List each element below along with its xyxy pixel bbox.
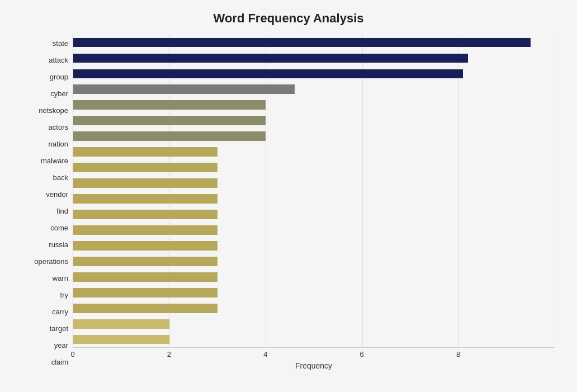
x-tick: 8 xyxy=(456,350,460,358)
bar-row xyxy=(73,332,555,347)
chart-area: stateattackgroupcybernetskopeactorsnatio… xyxy=(22,35,555,370)
chart-container: Word Frequency Analysis stateattackgroup… xyxy=(0,0,577,392)
y-label: back xyxy=(53,170,68,185)
bar-row xyxy=(73,285,555,300)
y-label: group xyxy=(50,69,68,84)
bar-row xyxy=(73,176,555,191)
x-tick: 2 xyxy=(167,350,171,358)
bar-row xyxy=(73,238,555,253)
bar xyxy=(73,116,266,125)
bars-area xyxy=(73,35,555,348)
bar xyxy=(73,84,295,94)
bar-row xyxy=(73,191,555,207)
bar-row xyxy=(73,300,555,316)
y-label: claim xyxy=(51,355,68,369)
y-label: find xyxy=(56,204,68,218)
bar-row xyxy=(73,50,555,66)
bar xyxy=(73,131,266,141)
bar xyxy=(73,163,217,172)
grid-line xyxy=(555,35,555,347)
bar-row xyxy=(73,82,555,97)
y-label: malware xyxy=(41,153,68,168)
bar xyxy=(73,272,217,282)
y-label: state xyxy=(53,36,68,50)
y-label: target xyxy=(50,321,68,336)
bar xyxy=(73,335,169,344)
y-label: russia xyxy=(49,237,68,252)
bar-row xyxy=(73,222,555,238)
bar-row xyxy=(73,160,555,176)
x-tick: 4 xyxy=(263,350,267,358)
bar xyxy=(73,210,217,219)
x-tick: 6 xyxy=(360,350,364,358)
bar xyxy=(73,194,217,204)
bar-row xyxy=(73,129,555,144)
bar-row xyxy=(73,316,555,332)
bar xyxy=(73,178,217,188)
x-axis: 02468 xyxy=(73,348,555,359)
bar-row xyxy=(73,269,555,285)
x-axis-label: Frequency xyxy=(73,361,555,370)
bar xyxy=(73,225,217,235)
bar xyxy=(73,288,217,297)
y-label: year xyxy=(54,338,68,352)
bar-row xyxy=(73,253,555,269)
y-label: attack xyxy=(49,53,68,67)
bar-row xyxy=(73,206,555,222)
x-tick: 0 xyxy=(70,350,74,358)
y-label: netskope xyxy=(39,103,68,117)
y-label: operations xyxy=(34,254,68,268)
bar-row xyxy=(73,113,555,129)
y-label: cyber xyxy=(50,86,68,101)
bar xyxy=(73,147,217,157)
bar xyxy=(73,69,463,79)
bar xyxy=(73,54,468,63)
y-axis: stateattackgroupcybernetskopeactorsnatio… xyxy=(22,35,73,370)
y-label: warn xyxy=(53,271,68,285)
bars-and-xaxis: 02468 Frequency xyxy=(73,35,555,370)
y-label: vendor xyxy=(46,187,68,201)
bar xyxy=(73,38,531,48)
bar-row xyxy=(73,35,555,50)
y-label: carry xyxy=(52,304,68,319)
y-label: come xyxy=(50,220,68,235)
bar-row xyxy=(73,66,555,82)
bar xyxy=(73,257,217,266)
bar-row xyxy=(73,97,555,113)
bar-row xyxy=(73,144,555,160)
y-label: actors xyxy=(49,120,68,134)
y-label: try xyxy=(60,287,68,302)
chart-title: Word Frequency Analysis xyxy=(22,11,555,26)
bar xyxy=(73,304,217,313)
y-label: nation xyxy=(49,136,68,151)
bar xyxy=(73,241,217,251)
bar xyxy=(73,319,169,329)
bar xyxy=(73,100,266,110)
